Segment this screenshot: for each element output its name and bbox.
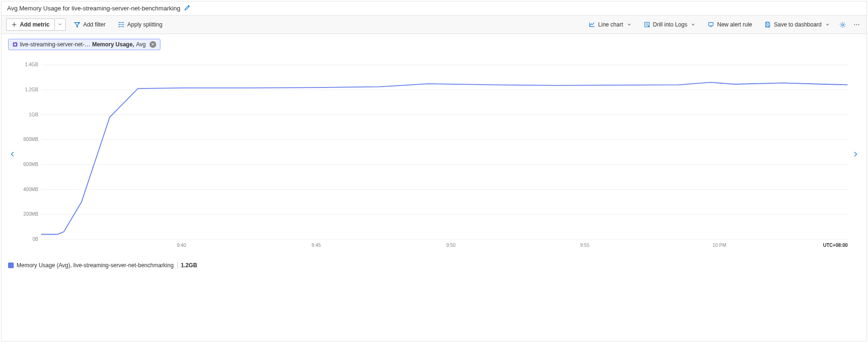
svg-text:10 PM: 10 PM <box>713 243 726 248</box>
add-metric-label: Add metric <box>20 21 50 28</box>
next-time-range[interactable] <box>850 55 860 254</box>
chevron-down-icon <box>58 21 62 28</box>
svg-text:1GB: 1GB <box>29 112 38 117</box>
metrics-card: Avg Memory Usage for live-streaming-serv… <box>1 1 867 341</box>
svg-point-15 <box>14 44 17 46</box>
svg-point-4 <box>123 24 124 25</box>
add-metric-dropdown[interactable] <box>55 18 66 31</box>
chevron-down-icon <box>627 22 631 27</box>
title-row: Avg Memory Usage for live-streaming-serv… <box>1 1 867 15</box>
prev-time-range[interactable] <box>8 55 18 254</box>
drill-logs-label: Drill into Logs <box>653 21 688 28</box>
svg-text:1.2GB: 1.2GB <box>25 87 39 92</box>
plot-wrap: 0B200MB400MB600MB800MB1GB1.2GB1.4GB9:409… <box>8 55 860 254</box>
apply-splitting-label: Apply splitting <box>127 21 162 28</box>
legend-swatch <box>8 262 14 268</box>
plot[interactable]: 0B200MB400MB600MB800MB1GB1.2GB1.4GB9:409… <box>18 55 850 254</box>
add-filter-button[interactable]: Add filter <box>70 19 110 30</box>
svg-text:9:45: 9:45 <box>311 243 321 248</box>
svg-rect-8 <box>767 22 769 24</box>
filter-icon <box>74 21 80 28</box>
svg-text:0B: 0B <box>33 236 39 242</box>
pill-metric: Memory Usage, <box>92 41 134 48</box>
pill-remove-icon[interactable]: ✕ <box>150 41 156 48</box>
edit-title-icon[interactable] <box>184 4 191 12</box>
svg-point-11 <box>854 24 855 25</box>
chevron-down-icon <box>825 22 830 27</box>
svg-point-0 <box>119 22 120 23</box>
svg-rect-7 <box>709 23 713 26</box>
chart-area: live-streaming-server-net-… Memory Usage… <box>1 34 867 277</box>
svg-rect-9 <box>767 25 769 27</box>
svg-text:1.4GB: 1.4GB <box>25 62 39 67</box>
ellipsis-icon <box>853 21 860 28</box>
settings-button[interactable] <box>838 19 848 31</box>
alert-icon <box>708 21 714 28</box>
svg-point-12 <box>856 24 857 25</box>
legend-label: Memory Usage (Avg), live-streaming-serve… <box>17 262 174 269</box>
svg-point-3 <box>123 22 124 23</box>
splitting-icon <box>118 21 124 28</box>
svg-text:9:55: 9:55 <box>580 243 590 248</box>
pill-agg: Avg <box>136 41 145 48</box>
svg-point-1 <box>119 24 120 25</box>
svg-point-10 <box>841 24 843 26</box>
svg-text:9:40: 9:40 <box>177 243 186 248</box>
svg-text:UTC+08:00: UTC+08:00 <box>823 243 848 248</box>
svg-point-5 <box>123 26 124 27</box>
svg-text:400MB: 400MB <box>23 187 38 192</box>
logs-icon <box>644 21 650 28</box>
svg-point-13 <box>858 24 859 25</box>
save-dashboard-button[interactable]: Save to dashboard <box>760 19 834 30</box>
add-metric-button[interactable]: Add metric <box>6 18 55 31</box>
gear-icon <box>839 21 846 28</box>
plus-icon <box>11 22 17 27</box>
svg-text:9:50: 9:50 <box>446 243 456 248</box>
line-chart-icon <box>589 21 595 28</box>
svg-text:200MB: 200MB <box>23 211 38 217</box>
legend-value: 1.2GB <box>177 262 197 269</box>
chart-type-label: Line chart <box>598 21 623 28</box>
svg-text:600MB: 600MB <box>23 162 38 167</box>
svg-point-2 <box>119 26 120 27</box>
metric-pill[interactable]: live-streaming-server-net-… Memory Usage… <box>8 39 160 50</box>
chart-title: Avg Memory Usage for live-streaming-serv… <box>7 5 180 12</box>
chart-toolbar: Add metric Add filter Apply splitting Li… <box>1 15 867 34</box>
new-alert-label: New alert rule <box>717 21 752 28</box>
svg-text:800MB: 800MB <box>23 137 38 142</box>
pill-resource: live-streaming-server-net-… <box>20 41 90 48</box>
chart-legend: Memory Usage (Avg), live-streaming-serve… <box>8 262 860 269</box>
new-alert-button[interactable]: New alert rule <box>703 19 756 30</box>
chevron-down-icon <box>691 22 695 27</box>
save-dashboard-label: Save to dashboard <box>774 21 822 28</box>
add-filter-label: Add filter <box>83 21 106 28</box>
apply-splitting-button[interactable]: Apply splitting <box>114 19 167 30</box>
more-button[interactable] <box>851 19 862 30</box>
resource-icon <box>12 42 18 47</box>
save-icon <box>764 21 771 28</box>
chart-type-button[interactable]: Line chart <box>585 19 636 30</box>
drill-logs-button[interactable]: Drill into Logs <box>639 19 700 30</box>
